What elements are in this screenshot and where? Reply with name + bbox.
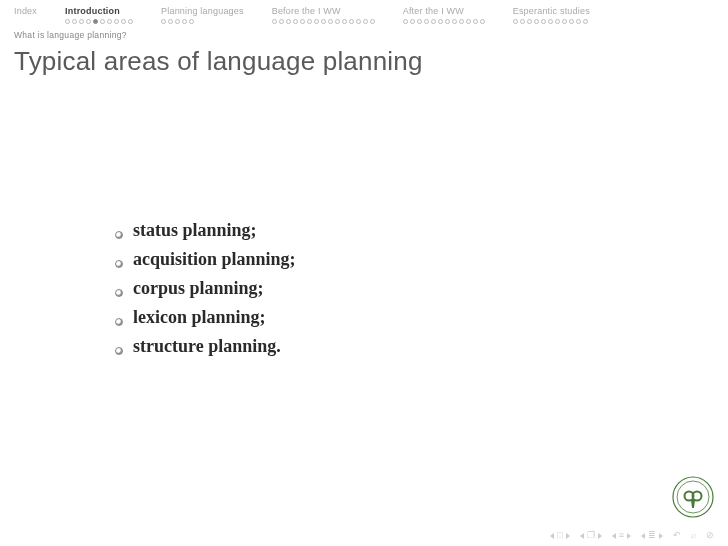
nav-section[interactable]: Index xyxy=(14,6,37,24)
subsection-label: What is language planning? xyxy=(0,24,728,40)
bullet-icon xyxy=(115,347,123,355)
progress-dot-icon[interactable] xyxy=(356,19,361,24)
progress-dot-icon[interactable] xyxy=(548,19,553,24)
progress-dot-icon[interactable] xyxy=(121,19,126,24)
progress-dot-icon[interactable] xyxy=(424,19,429,24)
progress-dot-icon[interactable] xyxy=(569,19,574,24)
nav-section[interactable]: Introduction xyxy=(65,6,133,24)
nav-section-prev[interactable]: ≣ xyxy=(641,531,663,540)
progress-dot-icon[interactable] xyxy=(307,19,312,24)
nav-search[interactable]: ⌕ xyxy=(691,531,696,540)
nav-section-label: Index xyxy=(14,6,37,16)
progress-dot-icon[interactable] xyxy=(370,19,375,24)
progress-dot-icon[interactable] xyxy=(410,19,415,24)
bullet-text: structure planning. xyxy=(133,336,281,357)
slide-title: Typical areas of language planning xyxy=(0,40,728,77)
progress-dot-icon[interactable] xyxy=(445,19,450,24)
bullet-icon xyxy=(115,260,123,268)
bullet-icon xyxy=(115,318,123,326)
progress-dot-icon[interactable] xyxy=(335,19,340,24)
progress-dot-icon[interactable] xyxy=(114,19,119,24)
nav-section-label: After the I WW xyxy=(403,6,464,16)
progress-dot-icon[interactable] xyxy=(555,19,560,24)
progress-dot-icon[interactable] xyxy=(79,19,84,24)
progress-dot-icon[interactable] xyxy=(562,19,567,24)
progress-dot-icon[interactable] xyxy=(480,19,485,24)
progress-dot-icon[interactable] xyxy=(272,19,277,24)
progress-dot-icon[interactable] xyxy=(527,19,532,24)
nav-progress-dots xyxy=(161,19,194,24)
progress-dot-icon[interactable] xyxy=(161,19,166,24)
nav-progress-dots xyxy=(403,19,485,24)
progress-dot-icon[interactable] xyxy=(466,19,471,24)
progress-dot-icon[interactable] xyxy=(279,19,284,24)
progress-dot-icon[interactable] xyxy=(175,19,180,24)
progress-dot-icon[interactable] xyxy=(107,19,112,24)
progress-dot-icon[interactable] xyxy=(452,19,457,24)
progress-dot-icon[interactable] xyxy=(403,19,408,24)
bullet-text: status planning; xyxy=(133,220,257,241)
list-item: acquisition planning; xyxy=(115,249,668,270)
progress-dot-icon[interactable] xyxy=(286,19,291,24)
progress-dot-icon[interactable] xyxy=(72,19,77,24)
progress-dot-icon[interactable] xyxy=(513,19,518,24)
progress-dot-icon[interactable] xyxy=(459,19,464,24)
nav-progress-dots xyxy=(65,19,133,24)
progress-dot-icon[interactable] xyxy=(576,19,581,24)
nav-section-label: Introduction xyxy=(65,6,120,16)
nav-frame-prev[interactable]: ❐ xyxy=(580,531,602,540)
progress-dot-icon[interactable] xyxy=(189,19,194,24)
progress-dot-icon[interactable] xyxy=(431,19,436,24)
nav-subsection-prev[interactable]: ≡ xyxy=(612,531,631,540)
nav-bar: IndexIntroductionPlanning languagesBefor… xyxy=(0,0,728,24)
nav-section-label: Planning languages xyxy=(161,6,244,16)
progress-dot-icon[interactable] xyxy=(363,19,368,24)
progress-dot-icon[interactable] xyxy=(128,19,133,24)
progress-dot-icon[interactable] xyxy=(293,19,298,24)
progress-dot-icon[interactable] xyxy=(583,19,588,24)
nav-progress-dots xyxy=(272,19,375,24)
progress-dot-icon[interactable] xyxy=(342,19,347,24)
list-item: lexicon planning; xyxy=(115,307,668,328)
nav-section-label: Before the I WW xyxy=(272,6,341,16)
progress-dot-icon[interactable] xyxy=(65,19,70,24)
bullet-text: lexicon planning; xyxy=(133,307,266,328)
progress-dot-icon[interactable] xyxy=(534,19,539,24)
beamer-nav-controls: □ ❐ ≡ ≣ ↶ ⌕ ⊘ xyxy=(550,531,714,540)
nav-slide-begin[interactable]: □ xyxy=(550,531,569,540)
nav-section[interactable]: Esperantic studies xyxy=(513,6,590,24)
nav-section[interactable]: Before the I WW xyxy=(272,6,375,24)
progress-dot-icon[interactable] xyxy=(541,19,546,24)
progress-dot-icon[interactable] xyxy=(86,19,91,24)
nav-progress-dots xyxy=(513,19,588,24)
list-item: status planning; xyxy=(115,220,668,241)
nav-fullscreen[interactable]: ⊘ xyxy=(706,531,714,540)
nav-section[interactable]: Planning languages xyxy=(161,6,244,24)
progress-dot-icon[interactable] xyxy=(168,19,173,24)
progress-dot-icon[interactable] xyxy=(300,19,305,24)
list-item: corpus planning; xyxy=(115,278,668,299)
progress-dot-icon[interactable] xyxy=(473,19,478,24)
university-logo xyxy=(672,476,714,518)
progress-dot-icon[interactable] xyxy=(93,19,98,24)
progress-dot-icon[interactable] xyxy=(349,19,354,24)
progress-dot-icon[interactable] xyxy=(417,19,422,24)
progress-dot-icon[interactable] xyxy=(100,19,105,24)
list-item: structure planning. xyxy=(115,336,668,357)
slide-content: status planning;acquisition planning;cor… xyxy=(115,220,668,365)
progress-dot-icon[interactable] xyxy=(438,19,443,24)
progress-dot-icon[interactable] xyxy=(314,19,319,24)
nav-section-label: Esperantic studies xyxy=(513,6,590,16)
bullet-text: corpus planning; xyxy=(133,278,264,299)
bullet-text: acquisition planning; xyxy=(133,249,296,270)
nav-back[interactable]: ↶ xyxy=(673,531,681,540)
progress-dot-icon[interactable] xyxy=(328,19,333,24)
progress-dot-icon[interactable] xyxy=(520,19,525,24)
progress-dot-icon[interactable] xyxy=(182,19,187,24)
bullet-icon xyxy=(115,231,123,239)
nav-section[interactable]: After the I WW xyxy=(403,6,485,24)
bullet-icon xyxy=(115,289,123,297)
progress-dot-icon[interactable] xyxy=(321,19,326,24)
